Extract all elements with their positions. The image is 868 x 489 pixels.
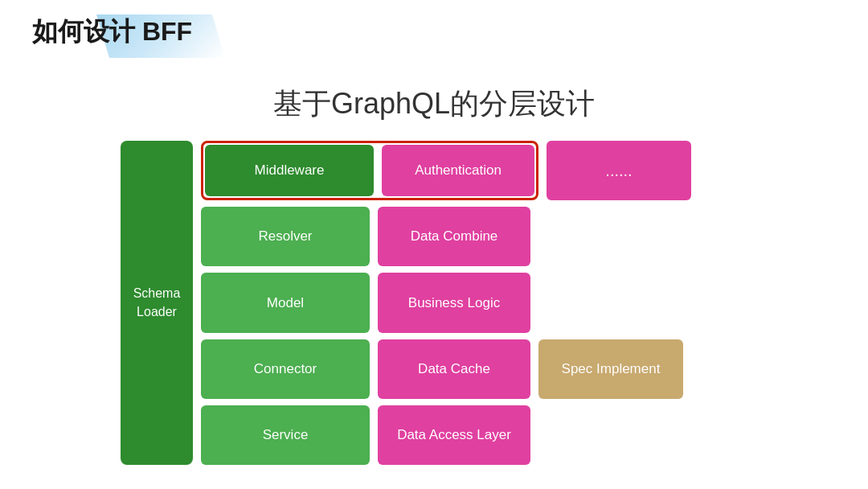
rows-container: Middleware Authentication ...... Resolve… [201, 141, 828, 465]
schema-loader-box: Schema Loader [121, 141, 193, 465]
data-access-layer-box: Data Access Layer [378, 405, 530, 465]
connector-row: Connector Data Cache Spec Implement [201, 339, 828, 399]
middleware-box: Middleware [205, 145, 374, 196]
data-cache-box: Data Cache [378, 339, 530, 399]
business-logic-box: Business Logic [378, 273, 530, 332]
resolver-box: Resolver [201, 207, 370, 266]
model-box: Model [201, 273, 370, 332]
resolver-row: Resolver Data Combine [201, 207, 828, 266]
diagram: Schema Loader Middleware Authentication … [121, 141, 828, 465]
authentication-box: Authentication [382, 145, 534, 196]
title-section: 如何设计 BFF [32, 14, 192, 50]
spec-implement-box: Spec Implement [538, 339, 683, 399]
service-box: Service [201, 405, 370, 465]
dots-box: ...... [547, 141, 691, 200]
data-combine-box: Data Combine [378, 207, 530, 266]
connector-box: Connector [201, 339, 370, 399]
subtitle: 基于GraphQL的分层设计 [0, 84, 868, 124]
model-row: Model Business Logic [201, 273, 828, 332]
middleware-row: Middleware Authentication ...... [201, 141, 828, 200]
page-title: 如何设计 BFF [32, 14, 192, 50]
service-row: Service Data Access Layer [201, 405, 828, 465]
